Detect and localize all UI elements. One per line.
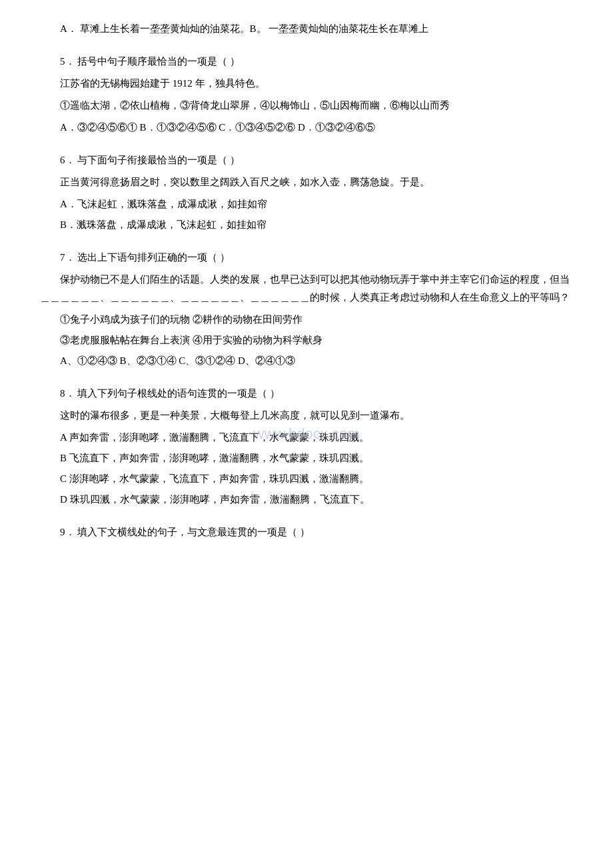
question-6: 6． 与下面句子衔接最恰当的一项是（ ） 正当黄河得意扬眉之时，突以数里之阔跌入… xyxy=(40,151,573,234)
option-line: A、①②④③ B、②③①④ C、③①②④ D、②④①③ xyxy=(60,352,573,370)
option-b: B 飞流直下，声如奔雷，澎湃咆哮，激湍翻腾，水气蒙蒙，珠玑四溅。 xyxy=(60,449,573,467)
option-ab-block: A． 草滩上生长着一垄垄黄灿灿的油菜花。B。 一垄垄黄灿灿的油菜花生长在草滩上 xyxy=(40,20,573,38)
question-number: 9． xyxy=(60,527,75,537)
question-text: 填入下列句子根线处的语句连贯的一项是（ ） xyxy=(77,388,280,399)
question-text: 与下面句子衔接最恰当的一项是（ ） xyxy=(77,155,240,165)
option-ab-text: A． 草滩上生长着一垄垄黄灿灿的油菜花。B。 一垄垄黄灿灿的油菜花生长在草滩上 xyxy=(40,20,573,38)
question-number: 5． xyxy=(60,56,75,67)
question-5-subitems: ①遥临太湖，②依山植梅，③背倚龙山翠屏，④以梅饰山，⑤山因梅而幽，⑥梅以山而秀 xyxy=(40,97,573,115)
question-number: 8． xyxy=(60,388,75,399)
option-c: C 澎湃咆哮，水气蒙蒙，飞流直下，声如奔雷，珠玑四溅，激湍翻腾。 xyxy=(60,470,573,488)
question-7-title: 7． 选出上下语句排列正确的一项（ ） xyxy=(40,249,573,267)
question-5-options: A．③②④⑤⑥① B．①③②④⑤⑥ C．①③④⑤②⑥ D．①③②④⑥⑤ xyxy=(60,119,573,137)
question-7-content: 保护动物已不是人们陌生的话题。人类的发展，也早已达到可以把其他动物玩弄于掌中并主… xyxy=(40,271,573,307)
question-9: 9． 填入下文横线处的句子，与文意最连贯的一项是（ ） xyxy=(40,523,573,541)
question-8-content: 这时的瀑布很多，更是一种美景，大概每登上几米高度，就可以见到一道瀑布。 xyxy=(40,407,573,425)
question-7-subitems-2: ③老虎服服帖帖在舞台上表演 ④用于实验的动物为科学献身 xyxy=(40,331,573,349)
question-6-options: A．飞沫起虹，溅珠落盘，成瀑成湫，如挂如帘 B．溅珠落盘，成瀑成湫，飞沫起虹，如… xyxy=(60,195,573,234)
option-a: A 声如奔雷，澎湃咆哮，激湍翻腾，飞流直下，水气蒙蒙，珠玑四溅。 xyxy=(60,429,573,447)
option-line: A．③②④⑤⑥① B．①③②④⑤⑥ C．①③④⑤②⑥ D．①③②④⑥⑤ xyxy=(60,119,573,137)
option-a: A．飞沫起虹，溅珠落盘，成瀑成湫，如挂如帘 xyxy=(60,195,573,213)
question-8: 8． 填入下列句子根线处的语句连贯的一项是（ ） 这时的瀑布很多，更是一种美景，… xyxy=(40,385,573,509)
question-text: 填入下文横线处的句子，与文意最连贯的一项是（ ） xyxy=(77,527,310,537)
question-5-content: 江苏省的无锡梅园始建于 1912 年，独具特色。 xyxy=(40,75,573,93)
question-text: 括号中句子顺序最恰当的一项是（ ） xyxy=(77,56,240,67)
question-9-title: 9． 填入下文横线处的句子，与文意最连贯的一项是（ ） xyxy=(40,523,573,541)
option-d: D 珠玑四溅，水气蒙蒙，澎湃咆哮，声如奔雷，激湍翻腾，飞流直下。 xyxy=(60,491,573,509)
question-7-options: A、①②④③ B、②③①④ C、③①②④ D、②④①③ xyxy=(60,352,573,370)
question-5-title: 5． 括号中句子顺序最恰当的一项是（ ） xyxy=(40,53,573,71)
option-b: B．溅珠落盘，成瀑成湫，飞沫起虹，如挂如帘 xyxy=(60,216,573,234)
question-7: 7． 选出上下语句排列正确的一项（ ） 保护动物已不是人们陌生的话题。人类的发展… xyxy=(40,249,573,370)
question-8-title: 8． 填入下列句子根线处的语句连贯的一项是（ ） xyxy=(40,385,573,403)
question-5: 5． 括号中句子顺序最恰当的一项是（ ） 江苏省的无锡梅园始建于 1912 年，… xyxy=(40,53,573,137)
question-number: 6． xyxy=(60,155,75,165)
question-7-subitems-1: ①兔子小鸡成为孩子们的玩物 ②耕作的动物在田间劳作 xyxy=(40,311,573,329)
question-6-title: 6． 与下面句子衔接最恰当的一项是（ ） xyxy=(40,151,573,169)
question-number: 7． xyxy=(60,252,75,263)
question-6-content: 正当黄河得意扬眉之时，突以数里之阔跌入百尺之峡，如水入壶，腾荡急旋。于是。 xyxy=(40,173,573,191)
question-text: 选出上下语句排列正确的一项（ ） xyxy=(77,252,230,263)
question-8-options: A 声如奔雷，澎湃咆哮，激湍翻腾，飞流直下，水气蒙蒙，珠玑四溅。 B 飞流直下，… xyxy=(60,429,573,509)
